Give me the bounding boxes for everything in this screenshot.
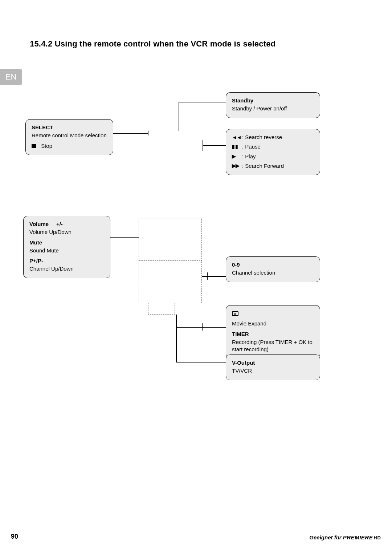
callout-movie-timer: Movie Expand TIMER Recording (Press TIME… (226, 305, 320, 358)
connector (179, 102, 179, 131)
label-play: Play (245, 153, 256, 159)
select-stop-label: Stop (41, 143, 52, 149)
footer-brand: PREMIERE (343, 534, 373, 540)
footer-text: Geeignet für (309, 534, 343, 540)
fast-forward-icon: ▶▶ (232, 162, 242, 169)
connector (202, 327, 226, 328)
standby-desc: Standby / Power on/off (232, 105, 314, 112)
numbers-desc: Channel selection (232, 269, 314, 276)
callout-transport: ◄◄ : Search reverse ▮▮ : Pause ▶ : Play … (226, 129, 320, 175)
label-forward: Search Forward (245, 163, 284, 169)
connector (203, 145, 226, 146)
label-reverse: Search reverse (245, 134, 282, 140)
section-number: 15.4.2 (30, 39, 52, 48)
connector (176, 362, 226, 362)
stop-icon (32, 144, 36, 148)
volume-desc: Volume Up/Down (29, 228, 104, 236)
play-icon: ▶ (232, 153, 242, 160)
connector (176, 327, 202, 328)
connector (207, 272, 208, 280)
pause-icon: ▮▮ (232, 143, 242, 150)
connector (148, 131, 148, 135)
connector (203, 140, 203, 151)
row-search-reverse: ◄◄ : Search reverse (232, 134, 314, 141)
callout-select: SELECT Remote control Mode selection Sto… (25, 119, 113, 155)
select-desc: Remote control Mode selection (32, 132, 107, 139)
chan-title: P+/P- (29, 257, 104, 264)
label-pause: Pause (245, 143, 261, 150)
remote-outline-tail (148, 303, 175, 315)
connector (176, 315, 177, 362)
manual-page: 15.4.2 Using the remote control when the… (0, 0, 392, 555)
footer-brand-suffix: HD (373, 535, 381, 540)
connector (110, 237, 139, 238)
row-search-forward: ▶▶ : Search Forward (232, 162, 314, 170)
movie-row (232, 310, 314, 317)
screen-icon (232, 311, 238, 316)
select-stop-row: Stop (32, 142, 107, 150)
movie-desc: Movie Expand (232, 320, 314, 327)
voutput-desc: TV/VCR (232, 367, 314, 374)
callout-volume: Volume +/- Volume Up/Down Mute Sound Mut… (23, 216, 110, 278)
rewind-icon: ◄◄ (232, 134, 242, 141)
row-pause: ▮▮ : Pause (232, 143, 314, 150)
callout-standby: Standby Standby / Power on/off (226, 92, 320, 118)
callout-numbers: 0-9 Channel selection (226, 256, 320, 282)
timer-title: TIMER (232, 331, 314, 338)
remote-outline-lower (139, 260, 202, 303)
connector (179, 102, 226, 102)
footer-right: Geeignet für PREMIEREHD (309, 534, 381, 540)
row-play: ▶ : Play (232, 153, 314, 160)
chan-desc: Channel Up/Down (29, 265, 104, 272)
section-title-text: Using the remote control when the VCR mo… (55, 39, 276, 48)
volume-title: Volume +/- (29, 220, 104, 228)
select-title: SELECT (32, 124, 107, 131)
numbers-title: 0-9 (232, 261, 314, 268)
connector (202, 276, 226, 277)
remote-outline-upper (139, 219, 202, 261)
timer-desc: Recording (Press TIMER + OK to start rec… (232, 339, 314, 353)
section-heading: 15.4.2 Using the remote control when the… (30, 39, 275, 49)
connector (113, 133, 148, 134)
page-number: 90 (11, 533, 18, 540)
language-tab: EN (0, 69, 22, 85)
mute-title: Mute (29, 239, 104, 246)
voutput-title: V-Output (232, 359, 314, 366)
callout-voutput: V-Output TV/VCR (226, 355, 320, 380)
standby-title: Standby (232, 97, 314, 104)
mute-desc: Sound Mute (29, 247, 104, 254)
